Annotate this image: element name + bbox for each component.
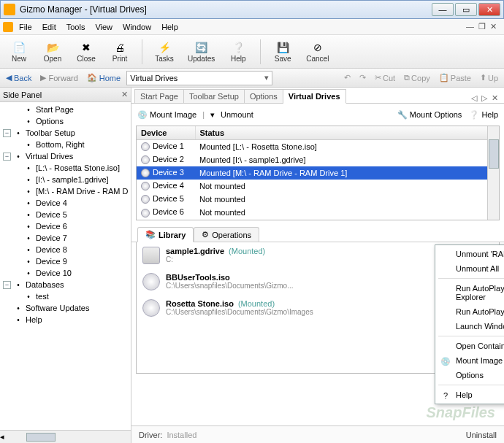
tree-node[interactable]: •Start Page (1, 104, 129, 115)
scroll-thumb[interactable] (26, 433, 56, 442)
new-button[interactable]: 📄New (4, 39, 34, 64)
menu-file[interactable]: File (15, 21, 37, 33)
tree-node[interactable]: −•Databases (1, 279, 129, 290)
tree-label: Device 4 (36, 199, 67, 207)
mdi-restore-button[interactable]: ❐ (478, 22, 486, 31)
context-menu-item[interactable]: Options (437, 368, 504, 382)
mdi-minimize-button[interactable]: — (466, 22, 474, 31)
tree-node[interactable]: •Options (1, 115, 129, 127)
up-button[interactable]: ⬆ Up (477, 73, 501, 82)
chevron-down-icon[interactable]: ▾ (264, 73, 269, 82)
mount-image-button[interactable]: 💿Mount Image (137, 110, 196, 120)
tree-node[interactable]: •Device 9 (1, 255, 129, 267)
maximize-button[interactable]: ▭ (455, 3, 477, 16)
context-menu-item[interactable]: Run AutoPlay (437, 304, 504, 319)
open-button[interactable]: 📂Open (38, 39, 67, 64)
table-row[interactable]: Device 7Not mounted (137, 219, 499, 220)
document-tab[interactable]: Options (245, 89, 283, 103)
tasks-button[interactable]: ⚡Tasks (150, 39, 179, 64)
main-area: Start PageToolbar SetupOptionsVirtual Dr… (131, 88, 504, 443)
cut-button[interactable]: ✂ Cut (372, 73, 398, 82)
expand-icon[interactable]: − (3, 129, 11, 137)
tasks-icon: ⚡ (157, 40, 172, 55)
tree-node[interactable]: •Device 10 (1, 267, 129, 279)
updates-button[interactable]: 🔄Updates (183, 39, 219, 64)
paste-button[interactable]: 📋 Paste (436, 73, 474, 82)
expand-icon[interactable]: − (3, 153, 11, 161)
tree-node[interactable]: •Software Updates (1, 302, 129, 314)
cancel-button[interactable]: ⊘Cancel (302, 39, 333, 64)
tree-node[interactable]: •[M:\ - RAM Drive - RAM D (1, 185, 129, 197)
document-tab[interactable]: Start Page (134, 89, 184, 103)
menu-view[interactable]: View (91, 21, 117, 33)
context-menu-item[interactable]: Launch Windows Explorer (437, 319, 504, 334)
close-button[interactable]: ✕ (478, 3, 500, 16)
mount-options-button[interactable]: 🔧Mount Options (397, 110, 462, 120)
table-row[interactable]: Device 1Mounted [L:\ - Rosetta Stone.iso… (137, 140, 499, 153)
tree-node[interactable]: •Device 8 (1, 244, 129, 255)
document-tab[interactable]: Toolbar Setup (184, 89, 245, 103)
tree-node[interactable]: −•Toolbar Setup (1, 127, 129, 139)
tab-nav-right[interactable]: ▷ (481, 93, 487, 103)
menu-tools[interactable]: Tools (62, 21, 90, 33)
close-button-tb[interactable]: ✖Close (72, 39, 101, 64)
help-button-tb[interactable]: ❔Help (224, 39, 253, 64)
tree-node[interactable]: •Bottom, Right (1, 139, 129, 150)
print-button[interactable]: 🖨Print (105, 39, 134, 64)
location-box[interactable]: Virtual Drives ▾ (126, 71, 272, 85)
table-row[interactable]: Device 2Mounted [I:\ - sample1.gdrive] (137, 153, 499, 166)
col-status[interactable]: Status (195, 126, 499, 140)
forward-button[interactable]: ▶Forward (37, 72, 80, 84)
context-menu-item[interactable]: 💿Mount Image (437, 353, 504, 368)
table-row[interactable]: Device 4Not mounted (137, 180, 499, 193)
mdi-close-button[interactable]: ✕ (490, 22, 497, 31)
context-menu-item[interactable]: Open Containing Folder (437, 339, 504, 353)
node-icon: • (23, 163, 34, 173)
minimize-button[interactable]: — (432, 3, 454, 16)
side-panel-close[interactable]: ✕ (121, 90, 128, 99)
save-button[interactable]: 💾Save (268, 39, 297, 64)
tree-node[interactable]: •Device 7 (1, 232, 129, 244)
back-button[interactable]: ◀Back (3, 72, 34, 84)
context-menu-item[interactable]: ?Help (437, 388, 504, 402)
col-device[interactable]: Device (137, 126, 195, 140)
menu-help[interactable]: Help (157, 21, 183, 33)
tree-node[interactable]: −•Virtual Drives (1, 150, 129, 162)
table-row[interactable]: Device 6Not mounted (137, 206, 499, 219)
tree-view[interactable]: •Start Page•Options−•Toolbar Setup•Botto… (0, 102, 131, 430)
undo-icon[interactable]: ↶ (341, 73, 354, 82)
tree-node[interactable]: •[L:\ - Rosetta Stone.iso] (1, 162, 129, 174)
context-menu[interactable]: Unmount 'RAM Drive - RAM Drive 1'Unmount… (435, 244, 504, 404)
tab-operations[interactable]: ⚙Operations (194, 227, 259, 242)
tree-node[interactable]: •Device 4 (1, 197, 129, 209)
expand-icon[interactable]: − (3, 281, 11, 289)
tree-node[interactable]: •Device 6 (1, 220, 129, 232)
tree-node[interactable]: •[I:\ - sample1.gdrive] (1, 174, 129, 185)
menu-window[interactable]: Window (118, 21, 156, 33)
scroll-thumb[interactable] (489, 139, 499, 169)
tree-node[interactable]: •Help (1, 314, 129, 325)
context-menu-item[interactable]: Unmount All (437, 261, 504, 276)
menu-item-icon: ? (440, 390, 451, 401)
tab-nav-left[interactable]: ◁ (471, 93, 477, 103)
tree-node[interactable]: •test (1, 290, 129, 302)
document-tab[interactable]: Virtual Drives (283, 89, 346, 104)
tree-node[interactable]: •Device 5 (1, 209, 129, 220)
tab-close[interactable]: ✕ (492, 93, 498, 103)
table-vscrollbar[interactable] (487, 126, 499, 220)
unmount-button[interactable]: Unmount (221, 110, 253, 119)
side-hscrollbar[interactable]: ◂ (0, 430, 131, 443)
mount-dropdown[interactable]: ▾ (210, 110, 215, 120)
redo-icon[interactable]: ↷ (356, 73, 369, 82)
table-row[interactable]: Device 5Not mounted (137, 193, 499, 206)
context-menu-item[interactable]: Run AutoPlay, or launch Windows Explorer (437, 281, 504, 304)
tab-library[interactable]: 📚Library (137, 227, 194, 242)
uninstall-link[interactable]: Uninstall (466, 431, 497, 439)
help-button[interactable]: ❔Help (469, 110, 498, 120)
menu-edit[interactable]: Edit (38, 21, 61, 33)
home-button[interactable]: 🏠Home (84, 72, 123, 84)
context-menu-item[interactable]: Unmount 'RAM Drive - RAM Drive 1' (437, 247, 504, 261)
table-row[interactable]: Device 3Mounted [M:\ - RAM Drive - RAM D… (137, 166, 499, 180)
devices-table[interactable]: Device Status Device 1Mounted [L:\ - Ros… (137, 126, 499, 220)
copy-button[interactable]: ⧉ Copy (401, 73, 433, 82)
